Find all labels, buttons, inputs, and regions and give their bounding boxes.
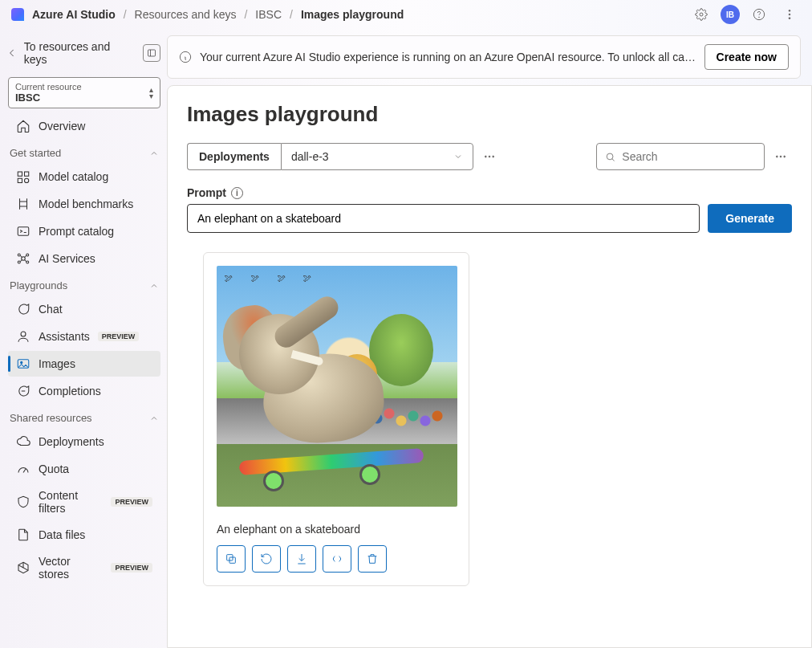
svg-point-27 — [784, 156, 786, 157]
chevron-up-icon — [149, 281, 159, 291]
breadcrumb-separator: / — [244, 8, 247, 21]
vector-icon — [16, 560, 30, 575]
brand-name[interactable]: Azure AI Studio — [32, 8, 116, 21]
notice-bar: Your current Azure AI Studio experience … — [167, 35, 801, 79]
sidebar-item-label: Content filters — [39, 489, 103, 515]
prompt-input[interactable] — [187, 204, 700, 233]
svg-point-15 — [18, 261, 20, 263]
search-input[interactable] — [622, 144, 756, 169]
resource-selector-value: IBSC — [15, 92, 82, 104]
more-icon[interactable] — [778, 3, 801, 26]
search-icon — [605, 151, 615, 163]
sidebar-item-label: Completions — [39, 385, 101, 397]
services-icon — [16, 251, 30, 266]
sidebar-item-chat[interactable]: Chat — [8, 296, 160, 322]
breadcrumb-resource-name[interactable]: IBSC — [255, 8, 282, 21]
svg-point-21 — [485, 156, 486, 157]
settings-icon[interactable] — [690, 3, 713, 26]
svg-point-19 — [21, 361, 22, 363]
prompt-icon — [16, 224, 30, 238]
search-box[interactable] — [596, 143, 765, 170]
completions-icon — [16, 384, 30, 398]
svg-point-13 — [18, 254, 20, 256]
sidebar-item-model-benchmarks[interactable]: Model benchmarks — [8, 191, 160, 217]
info-icon[interactable]: i — [231, 187, 243, 199]
help-icon[interactable] — [748, 3, 770, 26]
deployment-selector[interactable]: dall-e-3 — [281, 143, 473, 170]
updown-icon: ▴▾ — [149, 87, 153, 100]
download-button[interactable] — [287, 545, 316, 573]
sidebar-item-content-filters[interactable]: Content filters PREVIEW — [8, 483, 160, 520]
svg-point-10 — [25, 178, 29, 182]
home-icon — [16, 119, 30, 133]
delete-button[interactable] — [358, 545, 387, 573]
azure-logo-icon — [11, 8, 24, 21]
generated-image[interactable]: 🕊 🕊 🕊 🕊 — [217, 266, 457, 507]
sidebar-item-label: AI Services — [39, 252, 95, 265]
code-button[interactable] — [323, 545, 351, 573]
sidebar-section-label: Shared resources — [10, 412, 92, 424]
images-icon — [16, 357, 30, 371]
assistants-icon — [16, 329, 30, 344]
sidebar-item-label: Overview — [39, 120, 85, 132]
toolbar-more-button[interactable] — [769, 143, 792, 170]
resource-selector[interactable]: Current resource IBSC ▴▾ — [8, 77, 160, 108]
sidebar-item-ai-services[interactable]: AI Services — [8, 246, 160, 271]
svg-rect-6 — [148, 50, 156, 56]
sidebar-section-get-started[interactable]: Get started — [6, 141, 167, 162]
sidebar-section-shared[interactable]: Shared resources — [6, 406, 167, 427]
quota-icon — [16, 462, 30, 476]
back-link[interactable]: To resources and keys — [6, 35, 138, 71]
main-area: Your current Azure AI Studio experience … — [167, 29, 812, 648]
sidebar: To resources and keys Current resource I… — [0, 29, 167, 648]
breadcrumb-resources[interactable]: Resources and keys — [135, 8, 237, 21]
chat-icon — [16, 302, 30, 316]
preview-badge: PREVIEW — [98, 332, 140, 341]
preview-badge: PREVIEW — [111, 563, 152, 573]
content-panel: Images playground Deployments dall-e-3 — [167, 85, 812, 648]
prompt-label: Prompt — [187, 186, 226, 199]
panel-collapse-icon[interactable] — [143, 44, 160, 62]
svg-point-14 — [26, 254, 29, 256]
generate-button[interactable]: Generate — [708, 204, 792, 233]
sidebar-item-label: Vector stores — [39, 555, 103, 581]
sidebar-item-model-catalog[interactable]: Model catalog — [8, 164, 160, 190]
breadcrumb-separator: / — [290, 8, 293, 21]
deployment-more-button[interactable] — [478, 143, 501, 170]
sidebar-item-label: Prompt catalog — [39, 225, 114, 238]
sidebar-item-label: Assistants — [39, 330, 90, 343]
sidebar-item-label: Data files — [39, 528, 85, 541]
regenerate-button[interactable] — [252, 545, 281, 573]
svg-rect-9 — [18, 178, 22, 182]
chevron-up-icon — [149, 149, 159, 158]
deployment-selected: dall-e-3 — [291, 150, 329, 163]
svg-point-3 — [789, 10, 790, 11]
sidebar-section-playgrounds[interactable]: Playgrounds — [6, 273, 167, 295]
svg-point-23 — [493, 156, 494, 157]
svg-point-4 — [789, 14, 790, 15]
top-bar: Azure AI Studio / Resources and keys / I… — [0, 0, 812, 29]
result-card: 🕊 🕊 🕊 🕊 An elephant — [203, 252, 469, 586]
sidebar-item-completions[interactable]: Completions — [8, 378, 160, 404]
benchmarks-icon — [16, 197, 30, 211]
sidebar-item-quota[interactable]: Quota — [8, 456, 160, 482]
notice-text: Your current Azure AI Studio experience … — [200, 51, 696, 63]
sidebar-item-data-files[interactable]: Data files — [8, 522, 160, 548]
svg-rect-11 — [18, 227, 29, 236]
chevron-down-icon — [453, 152, 463, 161]
preview-badge: PREVIEW — [111, 497, 152, 507]
copy-button[interactable] — [217, 545, 246, 573]
shield-icon — [16, 495, 30, 509]
sidebar-item-assistants[interactable]: Assistants PREVIEW — [8, 324, 160, 349]
create-now-button[interactable]: Create now — [704, 44, 789, 70]
page-title: Images playground — [187, 102, 792, 127]
deployments-label: Deployments — [187, 143, 281, 170]
sidebar-item-label: Deployments — [39, 435, 104, 448]
avatar[interactable]: IB — [721, 5, 740, 24]
sidebar-item-deployments[interactable]: Deployments — [8, 429, 160, 454]
sidebar-item-vector-stores[interactable]: Vector stores PREVIEW — [8, 549, 160, 586]
svg-rect-8 — [25, 172, 29, 176]
sidebar-item-overview[interactable]: Overview — [8, 113, 160, 139]
sidebar-item-images[interactable]: Images — [8, 351, 160, 377]
sidebar-item-prompt-catalog[interactable]: Prompt catalog — [8, 218, 160, 244]
